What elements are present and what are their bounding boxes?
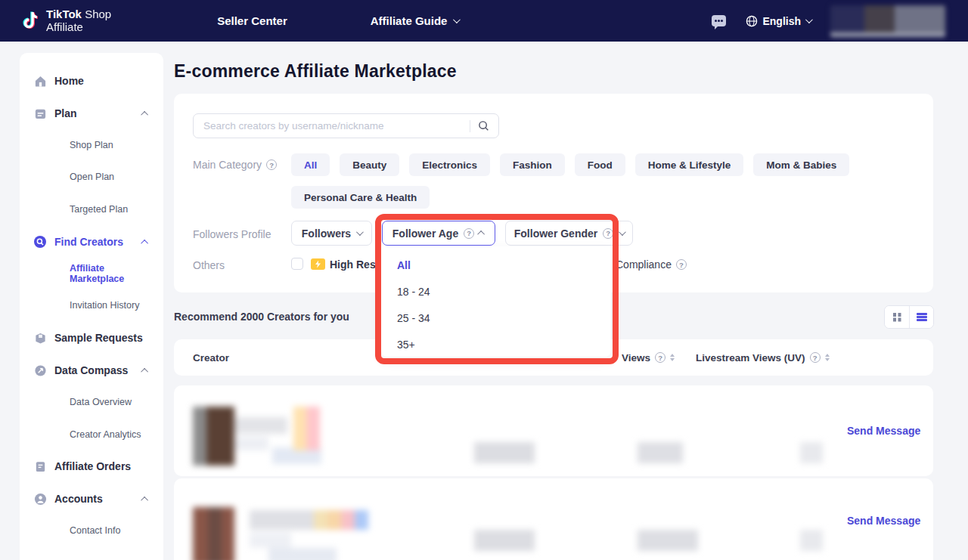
sidebar-item-affiliate-orders[interactable]: Affiliate Orders: [20, 450, 163, 482]
menu-option-all[interactable]: All: [381, 252, 611, 278]
sidebar-item-label: Open Plan: [70, 172, 114, 182]
help-icon[interactable]: ?: [676, 259, 687, 270]
help-icon[interactable]: ?: [603, 228, 613, 239]
chevron-up-icon: [141, 239, 148, 246]
sidebar-item-shop-plan[interactable]: Shop Plan: [20, 129, 163, 161]
category-all[interactable]: All: [291, 153, 330, 176]
sidebar-item-affiliate-marketplace[interactable]: Affiliate Marketplace: [20, 258, 163, 289]
chevron-up-icon: [477, 230, 485, 238]
sidebar-item-label: Affiliate Orders: [54, 460, 131, 472]
sidebar-item-sample-requests[interactable]: Sample Requests: [20, 322, 163, 354]
logo-affiliate: Affiliate: [46, 20, 83, 33]
sort-icon[interactable]: [825, 354, 830, 361]
chevron-up-icon: [141, 496, 148, 503]
category-personal-care-health[interactable]: Personal Care & Health: [291, 186, 430, 209]
list-view-button[interactable]: [909, 306, 933, 328]
follower-gender-label: Follower Gender: [514, 227, 597, 240]
search-input[interactable]: [203, 120, 470, 131]
tiktok-note-icon: [23, 11, 39, 32]
help-icon[interactable]: ?: [266, 159, 277, 170]
sidebar-item-contact-info[interactable]: Contact Info: [20, 515, 163, 546]
high-responsiveness-label: High Respo: [330, 258, 389, 271]
creator-row[interactable]: Send Message: [174, 385, 933, 476]
account-info-blurred[interactable]: [830, 5, 945, 37]
sidebar-item-label: Sample Requests: [54, 332, 143, 344]
plan-icon: [33, 107, 47, 120]
home-icon: [33, 74, 47, 88]
high-responsiveness-checkbox[interactable]: [291, 258, 303, 270]
sidebar-item-label: Data Overview: [70, 397, 132, 407]
search-icon[interactable]: [478, 120, 489, 131]
sidebar-item-creator-analytics[interactable]: Creator Analytics: [20, 419, 163, 450]
sidebar-item-plan[interactable]: Plan: [20, 97, 163, 129]
sidebar-item-label: Invitation History: [70, 300, 139, 311]
logo-text: TikTok Shop Affiliate: [46, 8, 111, 33]
column-creator: Creator: [193, 339, 229, 376]
divider: [470, 120, 470, 132]
page-title: E-commerce Affiliate Marketplace: [174, 61, 457, 82]
others-label: Others: [193, 259, 225, 271]
help-icon[interactable]: ?: [655, 352, 666, 363]
followers-dropdown-label: Followers: [302, 227, 351, 240]
sample-requests-icon: [33, 331, 47, 345]
follower-age-dropdown[interactable]: Follower Age ?: [382, 221, 495, 246]
sidebar-item-invitation-history[interactable]: Invitation History: [20, 289, 163, 321]
column-views: Views ?: [622, 339, 675, 376]
grid-icon: [893, 313, 901, 321]
compliance-label: Compliance ?: [616, 258, 687, 271]
sidebar-item-label: Plan: [54, 107, 77, 119]
sidebar-item-label: Data Compass: [54, 364, 128, 376]
main-category-label: Main Category ?: [193, 159, 277, 171]
view-toggle: [884, 305, 934, 329]
category-fashion[interactable]: Fashion: [500, 153, 565, 176]
logo-brand: TikTok: [46, 8, 82, 20]
nav-affiliate-guide[interactable]: Affiliate Guide: [371, 14, 459, 27]
category-mom-babies[interactable]: Mom & Babies: [753, 153, 849, 176]
category-home-lifestyle[interactable]: Home & Lifestyle: [635, 153, 744, 176]
chat-icon[interactable]: [712, 15, 726, 26]
category-beauty[interactable]: Beauty: [340, 153, 399, 176]
sidebar: Home Plan Shop Plan Open Plan Targeted P…: [20, 53, 163, 560]
creator-row[interactable]: Send Message: [174, 478, 933, 560]
follower-age-menu: All 18 - 24 25 - 34 35+: [381, 246, 611, 357]
followers-dropdown[interactable]: Followers: [291, 221, 372, 246]
sidebar-item-label: Creator Analytics: [70, 429, 141, 440]
sidebar-item-data-compass[interactable]: Data Compass: [20, 354, 163, 386]
sidebar-item-label: Find Creators: [54, 236, 123, 248]
help-icon[interactable]: ?: [464, 228, 474, 239]
sidebar-item-targeted-plan[interactable]: Targeted Plan: [20, 193, 163, 225]
sidebar-item-home[interactable]: Home: [20, 65, 163, 97]
top-navbar: TikTok Shop Affiliate Seller Center Affi…: [0, 0, 968, 42]
language-label: English: [762, 15, 801, 27]
language-selector[interactable]: English: [746, 15, 811, 27]
category-electronics[interactable]: Electronics: [409, 153, 490, 176]
accounts-icon: [33, 492, 47, 506]
send-message-button[interactable]: Send Message: [847, 515, 920, 527]
sidebar-item-data-overview[interactable]: Data Overview: [20, 386, 163, 418]
sort-icon[interactable]: [670, 354, 675, 361]
sidebar-item-label: Home: [54, 75, 84, 87]
sidebar-item-open-plan[interactable]: Open Plan: [20, 161, 163, 193]
follower-gender-dropdown[interactable]: Follower Gender ?: [505, 221, 633, 246]
creator-info-blurred: [189, 493, 809, 560]
sidebar-item-find-creators[interactable]: Find Creators: [20, 226, 163, 258]
category-food[interactable]: Food: [575, 153, 625, 176]
grid-view-button[interactable]: [885, 306, 909, 328]
chevron-down-icon: [805, 16, 813, 23]
followers-profile-label: Followers Profile: [193, 228, 271, 240]
nav-seller-center[interactable]: Seller Center: [217, 14, 287, 27]
chevron-up-icon: [141, 367, 148, 375]
send-message-button[interactable]: Send Message: [847, 425, 920, 437]
sidebar-item-accounts[interactable]: Accounts: [20, 483, 163, 515]
help-icon[interactable]: ?: [810, 352, 821, 363]
globe-icon: [746, 15, 758, 27]
sidebar-item-label: Shop Plan: [70, 140, 113, 150]
follower-age-label: Follower Age: [392, 227, 458, 240]
tiktok-shop-affiliate-logo[interactable]: TikTok Shop Affiliate: [23, 8, 111, 33]
sidebar-item-label: Affiliate Marketplace: [70, 263, 148, 284]
menu-option-25-34[interactable]: 25 - 34: [381, 305, 611, 331]
menu-option-18-24[interactable]: 18 - 24: [381, 278, 611, 305]
logo-shop: Shop: [85, 8, 111, 20]
menu-option-35plus[interactable]: 35+: [381, 331, 611, 357]
category-pills: All Beauty Electronics Fashion Food Home…: [291, 153, 919, 209]
